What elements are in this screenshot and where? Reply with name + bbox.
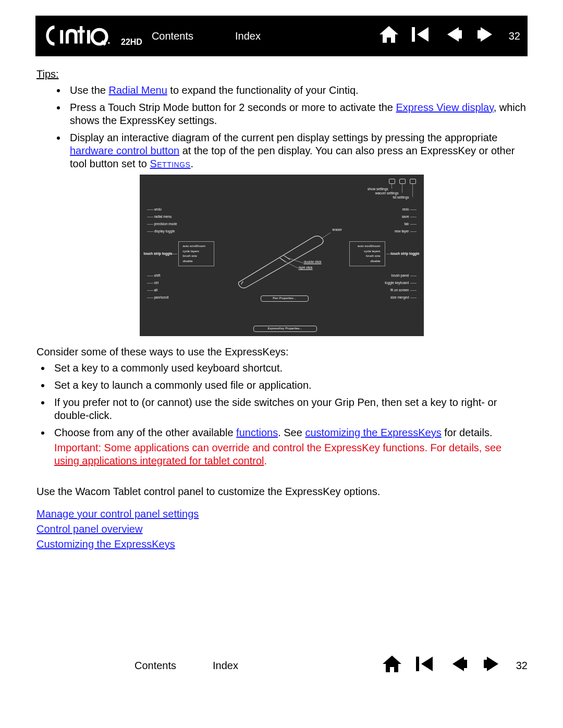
svg-rect-15 [484,660,488,668]
list-item: Choose from any of the other available f… [51,426,527,467]
important-note: Important: Some applications can overrid… [54,441,527,467]
header-link-index[interactable]: Index [235,30,261,43]
customizing-expresskeys-link-2[interactable]: Customizing the ExpressKeys [36,538,175,550]
list-item: Press a Touch Strip Mode button for 2 se… [67,101,527,127]
prev-page-icon[interactable] [448,655,469,676]
expresskey-properties-button[interactable]: ExpressKey Properties... [253,326,317,332]
top-button-icon [410,179,416,184]
footer-bar: Contents Index 32 [35,652,528,678]
home-icon[interactable] [378,25,399,47]
left-touch-strip-box: auto scroll/zoom cycle layers brush size… [178,241,214,266]
bottom-links: Manage your control panel settings Contr… [0,508,563,551]
footer-link-contents[interactable]: Contents [134,659,176,672]
diagram-label: toggle keyboard [385,281,409,285]
home-icon[interactable] [382,655,402,676]
header-bar: 22HD Contents Index 32 [35,16,528,56]
svg-rect-0 [60,30,63,44]
radial-menu-link[interactable]: Radial Menu [108,84,167,96]
diagram-label: touch strip toggle [144,252,173,256]
ways-list: Set a key to a commonly used keyboard sh… [36,362,527,467]
diagram-label: pan/scroll [154,295,169,300]
express-view-link[interactable]: Express View display [396,102,494,113]
pen-label-right-click: right click [299,266,313,270]
functions-link[interactable]: functions [236,427,278,438]
diagram-label: size merged [390,295,409,300]
svg-rect-8 [458,30,462,39]
diagram-label: shift [154,274,161,278]
svg-rect-7 [412,27,415,42]
diagram-label: redo [402,207,409,212]
diagram-label: brush panel [391,274,409,278]
svg-rect-1 [80,26,82,43]
tips-list: Use the Radial Menu to expand the functi… [36,84,527,170]
svg-point-6 [108,42,109,44]
settings-link[interactable]: Settings [150,158,190,169]
first-page-icon[interactable] [411,25,432,47]
manage-control-panel-link[interactable]: Manage your control panel settings [36,508,199,520]
list-item: Set a key to launch a commonly used file… [51,379,527,392]
pen-label-double-click: double click [304,260,322,264]
diagram-label: undo [154,207,162,212]
list-item: Use the Radial Menu to expand the functi… [67,84,527,97]
diagram-label: display toggle [154,229,175,233]
svg-line-10 [321,232,331,239]
diagram-label: precision mode [154,222,177,226]
pen-properties-button[interactable]: Pen Properties... [261,295,309,302]
diagram-label: touch strip toggle [391,252,420,256]
next-page-icon[interactable] [482,655,503,676]
top-button-icon [399,179,406,184]
diagram-label: tab [404,222,409,226]
diagram-label: new layer [395,229,409,233]
svg-rect-3 [87,30,90,44]
customizing-expresskeys-link[interactable]: customizing the ExpressKeys [305,427,441,438]
svg-rect-14 [463,660,467,668]
list-item: Display an interactive diagram of the cu… [67,131,527,170]
diagram-label: radial menu [154,215,172,219]
footer-link-index[interactable]: Index [213,659,238,672]
tips-heading: Tips: [36,68,59,80]
top-button-icon [389,179,395,184]
expresskey-diagram: show settings wacom settings tst setting… [140,175,424,336]
page-number-bottom: 32 [516,659,528,672]
consider-text: Consider some of these ways to use the E… [36,346,527,359]
diagram-label: wacom settings [375,191,399,195]
use-panel-text: Use the Wacom Tablet control panel to cu… [36,485,527,498]
control-panel-overview-link[interactable]: Control panel overview [36,523,142,535]
diagram-label: save [402,215,409,219]
svg-rect-9 [478,30,482,39]
pen-diagram: eraser double click right click [231,227,333,289]
next-page-icon[interactable] [475,25,496,47]
list-item: Set a key to a commonly used keyboard sh… [51,362,527,375]
svg-rect-13 [416,657,419,671]
prev-page-icon[interactable] [443,25,464,47]
header-link-contents[interactable]: Contents [152,30,193,43]
page-content: Tips: Use the Radial Menu to expand the … [0,56,563,498]
diagram-label: fit on screen [390,288,409,292]
page-number-top: 32 [509,30,520,43]
cintiq-logo [44,18,117,54]
pen-label-eraser: eraser [333,228,342,232]
hardware-control-link[interactable]: hardware control button [70,145,179,156]
first-page-icon[interactable] [415,655,436,676]
diagram-label: show settings [368,187,388,191]
diagram-label: tst settings [393,195,409,200]
tablet-control-apps-link[interactable]: using applications integrated for tablet… [54,455,264,466]
brand-suffix: 22HD [121,37,142,47]
right-touch-strip-box: auto scroll/zoom cycle layers brush size… [349,241,385,266]
list-item: If you prefer not to (or cannot) use the… [51,396,527,422]
svg-rect-2 [78,30,85,33]
diagram-label: ctrl [154,281,159,285]
diagram-label: alt [154,288,158,292]
